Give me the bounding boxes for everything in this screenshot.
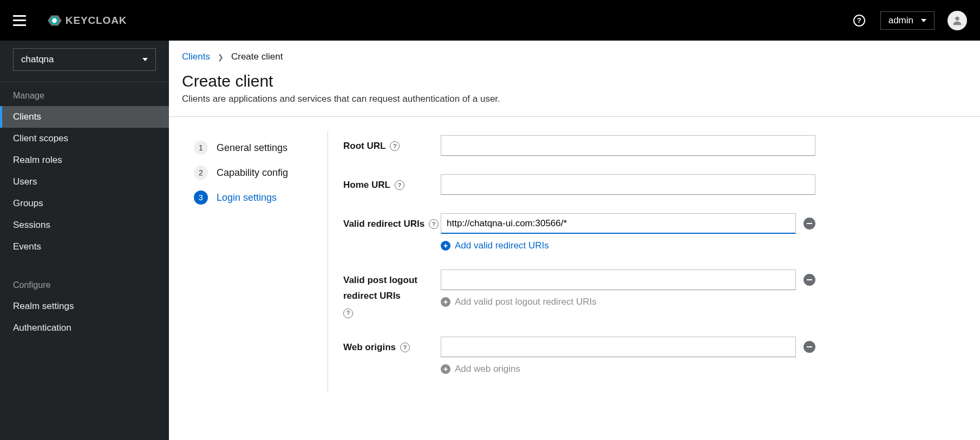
topbar: KEYCLOAK ? admin bbox=[0, 0, 980, 41]
sidebar-item-users[interactable]: Users bbox=[0, 171, 169, 193]
sidebar-item-authentication[interactable]: Authentication bbox=[0, 317, 169, 339]
help-icon[interactable]: ? bbox=[395, 180, 404, 190]
sidebar-item-label: Clients bbox=[13, 111, 41, 122]
root-url-label: Root URL ? bbox=[343, 135, 441, 154]
chevron-down-icon bbox=[142, 58, 148, 61]
menu-toggle-button[interactable] bbox=[13, 15, 26, 26]
avatar[interactable] bbox=[948, 11, 967, 30]
step-number: 2 bbox=[194, 166, 208, 180]
svg-rect-6 bbox=[807, 346, 812, 347]
add-post-logout-uri-button[interactable]: + Add valid post logout redirect URIs bbox=[441, 297, 815, 307]
sidebar-item-label: Users bbox=[13, 176, 37, 187]
breadcrumb: Clients ❯ Create client bbox=[182, 51, 967, 62]
realm-name: chatqna bbox=[21, 54, 54, 65]
page-description: Clients are applications and services th… bbox=[182, 94, 967, 104]
add-link-label: Add web origins bbox=[455, 364, 520, 375]
help-icon[interactable]: ? bbox=[429, 219, 439, 229]
valid-redirect-uri-input[interactable] bbox=[441, 213, 796, 234]
user-menu[interactable]: admin bbox=[880, 11, 935, 30]
sidebar-item-groups[interactable]: Groups bbox=[0, 193, 169, 214]
remove-redirect-uri-button[interactable] bbox=[803, 218, 815, 229]
help-icon[interactable]: ? bbox=[400, 343, 410, 352]
chevron-down-icon bbox=[921, 19, 926, 22]
svg-rect-4 bbox=[807, 223, 812, 224]
home-url-input[interactable] bbox=[441, 174, 815, 195]
add-link-label: Add valid post logout redirect URIs bbox=[455, 297, 597, 307]
wizard-step-general-settings[interactable]: 1 General settings bbox=[182, 135, 317, 160]
root-url-input[interactable] bbox=[441, 135, 815, 156]
sidebar-item-label: Sessions bbox=[13, 220, 50, 230]
web-origins-label: Web origins ? bbox=[343, 337, 441, 356]
plus-icon: + bbox=[441, 297, 450, 307]
form-area: Root URL ? Home URL ? bbox=[328, 131, 815, 393]
brand-text: KEYCLOAK bbox=[66, 15, 127, 26]
sidebar-item-realm-settings[interactable]: Realm settings bbox=[0, 295, 169, 317]
help-icon[interactable]: ? bbox=[343, 308, 353, 318]
plus-icon: + bbox=[441, 364, 450, 374]
step-label: Login settings bbox=[217, 192, 277, 203]
sidebar-item-sessions[interactable]: Sessions bbox=[0, 214, 169, 236]
main-content: Clients ❯ Create client Create client Cl… bbox=[169, 41, 980, 440]
sidebar-item-label: Realm roles bbox=[13, 155, 62, 165]
post-logout-uri-input[interactable] bbox=[441, 270, 796, 290]
sidebar-item-clients[interactable]: Clients bbox=[0, 106, 169, 128]
step-label: Capability config bbox=[217, 167, 288, 179]
valid-redirect-uris-label: Valid redirect URIs ? bbox=[343, 213, 441, 232]
sidebar-item-label: Events bbox=[13, 241, 41, 252]
sidebar-item-label: Realm settings bbox=[13, 301, 74, 311]
username-label: admin bbox=[888, 15, 913, 26]
step-number: 1 bbox=[194, 141, 208, 155]
chevron-right-icon: ❯ bbox=[218, 53, 224, 61]
wizard: 1 General settings 2 Capability config 3… bbox=[169, 117, 980, 415]
step-number: 3 bbox=[194, 191, 208, 205]
step-label: General settings bbox=[217, 142, 288, 154]
add-valid-redirect-uri-button[interactable]: + Add valid redirect URIs bbox=[441, 240, 815, 251]
sidebar-item-events[interactable]: Events bbox=[0, 236, 169, 258]
wizard-steps: 1 General settings 2 Capability config 3… bbox=[182, 131, 328, 393]
post-logout-uris-label: Valid post logout redirect URIs ? bbox=[343, 270, 441, 318]
sidebar-item-label: Client scopes bbox=[13, 133, 68, 143]
add-link-label: Add valid redirect URIs bbox=[455, 240, 549, 251]
svg-rect-5 bbox=[807, 279, 812, 280]
breadcrumb-parent-link[interactable]: Clients bbox=[182, 51, 210, 62]
sidebar-item-label: Groups bbox=[13, 198, 43, 208]
sidebar-section-manage: Manage bbox=[0, 82, 169, 106]
home-url-label: Home URL ? bbox=[343, 174, 441, 193]
remove-web-origin-button[interactable] bbox=[803, 341, 815, 353]
svg-point-3 bbox=[955, 16, 959, 20]
sidebar: chatqna Manage Clients Client scopes Rea… bbox=[0, 41, 169, 440]
sidebar-item-client-scopes[interactable]: Client scopes bbox=[0, 128, 169, 149]
sidebar-item-label: Authentication bbox=[13, 323, 71, 333]
wizard-step-capability-config[interactable]: 2 Capability config bbox=[182, 160, 317, 185]
add-web-origin-button[interactable]: + Add web origins bbox=[441, 364, 815, 375]
web-origin-input[interactable] bbox=[441, 337, 796, 357]
brand-logo[interactable]: KEYCLOAK bbox=[48, 14, 151, 28]
page-title: Create client bbox=[182, 72, 967, 90]
help-icon[interactable]: ? bbox=[390, 141, 400, 151]
remove-post-logout-uri-button[interactable] bbox=[803, 274, 815, 286]
sidebar-section-configure: Configure bbox=[0, 272, 169, 295]
plus-icon: + bbox=[441, 241, 450, 251]
breadcrumb-current: Create client bbox=[231, 51, 283, 62]
realm-selector[interactable]: chatqna bbox=[13, 48, 156, 71]
sidebar-item-realm-roles[interactable]: Realm roles bbox=[0, 149, 169, 171]
help-icon[interactable]: ? bbox=[853, 15, 865, 27]
wizard-step-login-settings[interactable]: 3 Login settings bbox=[182, 185, 317, 210]
